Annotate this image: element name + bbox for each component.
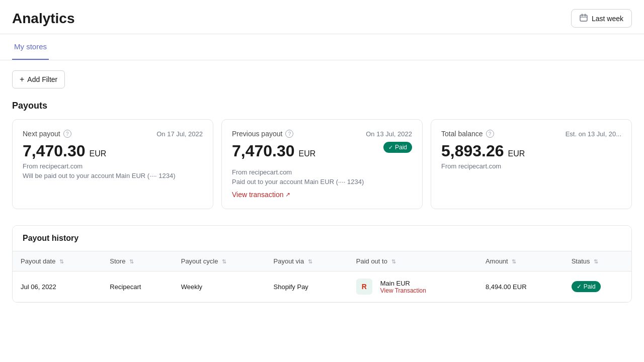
top-bar: Analytics Last week <box>0 0 644 34</box>
previous-payout-paid-badge: ✓ Paid <box>383 142 412 153</box>
cell-payout-cycle: Weekly <box>173 272 266 302</box>
next-payout-help-icon[interactable]: ? <box>63 130 71 138</box>
table-header-row: Payout date ⇅ Store ⇅ Payout cycle ⇅ P <box>13 251 631 272</box>
next-payout-card-header: Next payout ? On 17 Jul, 2022 <box>23 130 203 138</box>
view-transaction-small-link[interactable]: View Transaction <box>380 287 426 294</box>
previous-payout-amount-row: 7,470.30 EUR ✓ Paid <box>232 142 412 162</box>
paid-out-name: Main EUR <box>380 280 426 287</box>
col-status[interactable]: Status ⇅ <box>564 251 631 272</box>
col-paid-out-to[interactable]: Paid out to ⇅ <box>348 251 477 272</box>
sort-icon-payout-cycle: ⇅ <box>222 258 226 264</box>
total-balance-help-icon[interactable]: ? <box>486 130 494 138</box>
paid-out-info: Main EUR View Transaction <box>380 280 426 294</box>
previous-payout-card-header: Previous payout ? On 13 Jul, 2022 <box>232 130 412 138</box>
next-payout-date: On 17 Jul, 2022 <box>156 130 203 138</box>
next-payout-store: From recipecart.com <box>23 162 203 170</box>
plus-icon: + <box>20 75 24 84</box>
col-store[interactable]: Store ⇅ <box>102 251 173 272</box>
sort-icon-status: ⇅ <box>594 258 598 264</box>
total-balance-card-header: Total balance ? Est. on 13 Jul, 20... <box>441 130 621 138</box>
col-amount[interactable]: Amount ⇅ <box>477 251 564 272</box>
store-logo: R <box>356 279 372 295</box>
status-badge: ✓ Paid <box>572 281 601 292</box>
sort-icon-payout-date: ⇅ <box>59 258 64 264</box>
add-filter-button[interactable]: + Add Filter <box>12 70 65 88</box>
previous-payout-card: Previous payout ? On 13 Jul, 2022 7,470.… <box>221 119 423 209</box>
next-payout-card: Next payout ? On 17 Jul, 2022 7,470.30 E… <box>12 119 213 209</box>
total-balance-card: Total balance ? Est. on 13 Jul, 20... 5,… <box>431 119 632 209</box>
total-balance-amount: 5,893.26 EUR <box>441 142 621 160</box>
paid-out-to-cell: R Main EUR View Transaction <box>356 279 469 295</box>
cell-paid-out-to: R Main EUR View Transaction <box>348 272 477 302</box>
previous-payout-account: Paid out to your account Main EUR (···· … <box>232 178 412 186</box>
cell-payout-via: Shopify Pay <box>266 272 348 302</box>
payout-history-table-wrapper: Payout date ⇅ Store ⇅ Payout cycle ⇅ P <box>13 251 631 302</box>
add-filter-label: Add Filter <box>27 75 57 83</box>
tabs-bar: My stores <box>0 34 644 60</box>
cell-payout-date: Jul 06, 2022 <box>13 272 102 302</box>
previous-payout-date: On 13 Jul, 2022 <box>366 130 412 138</box>
cell-status: ✓ Paid <box>564 272 631 302</box>
payout-history-header: Payout history <box>13 226 631 251</box>
next-payout-label: Next payout ? <box>23 130 71 138</box>
page-title: Analytics <box>12 11 75 27</box>
payout-history-section: Payout history Payout date ⇅ Store ⇅ <box>12 225 632 303</box>
previous-payout-label: Previous payout ? <box>232 130 293 138</box>
col-payout-date[interactable]: Payout date ⇅ <box>13 251 102 272</box>
total-balance-store: From recipecart.com <box>441 162 621 170</box>
sort-icon-amount: ⇅ <box>512 258 516 264</box>
payout-cards: Next payout ? On 17 Jul, 2022 7,470.30 E… <box>12 119 632 209</box>
sort-icon-paid-out-to: ⇅ <box>391 258 396 264</box>
view-transaction-link[interactable]: View transaction ↗ <box>232 191 290 199</box>
sort-icon-store: ⇅ <box>129 258 134 264</box>
calendar-icon <box>580 14 588 23</box>
tab-my-stores[interactable]: My stores <box>12 34 49 60</box>
previous-payout-help-icon[interactable]: ? <box>285 130 293 138</box>
table-row: Jul 06, 2022 Recipecart Weekly Shopify P… <box>13 272 631 302</box>
col-payout-cycle[interactable]: Payout cycle ⇅ <box>173 251 266 272</box>
next-payout-amount: 7,470.30 EUR <box>23 142 203 160</box>
payout-history-table: Payout date ⇅ Store ⇅ Payout cycle ⇅ P <box>13 251 631 302</box>
arrow-up-right-icon: ↗ <box>285 191 290 198</box>
cell-amount: 8,494.00 EUR <box>477 272 564 302</box>
check-icon: ✓ <box>388 144 393 151</box>
total-balance-label: Total balance ? <box>441 130 494 138</box>
status-check-icon: ✓ <box>577 283 582 290</box>
sort-icon-payout-via: ⇅ <box>308 258 312 264</box>
total-balance-date: Est. on 13 Jul, 20... <box>566 130 621 138</box>
payouts-section-title: Payouts <box>12 101 632 111</box>
date-filter-button[interactable]: Last week <box>571 9 632 28</box>
previous-payout-amount: 7,470.30 EUR <box>232 142 315 160</box>
col-payout-via[interactable]: Payout via ⇅ <box>266 251 348 272</box>
date-filter-label: Last week <box>592 15 623 23</box>
next-payout-account: Will be paid out to your account Main EU… <box>23 172 203 179</box>
cell-store: Recipecart <box>102 272 173 302</box>
previous-payout-store: From recipecart.com <box>232 168 412 176</box>
main-content: + Add Filter Payouts Next payout ? On 17… <box>0 60 644 313</box>
svg-rect-0 <box>580 15 587 21</box>
